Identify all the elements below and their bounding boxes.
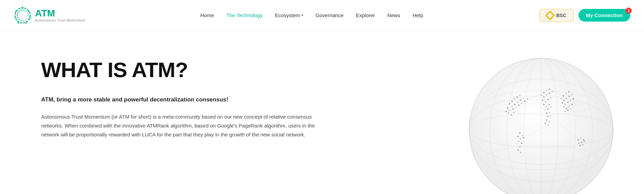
svg-point-45 (541, 95, 542, 96)
nav-item-help[interactable]: Help (413, 12, 423, 18)
svg-point-4 (29, 17, 31, 19)
notification-badge: 1 (625, 8, 632, 14)
nav-item-explorer[interactable]: Explorer (356, 12, 375, 18)
svg-point-104 (580, 145, 581, 146)
svg-point-56 (548, 104, 550, 105)
svg-point-76 (562, 102, 563, 104)
svg-point-39 (521, 103, 522, 104)
svg-point-63 (550, 116, 551, 117)
svg-point-66 (545, 123, 546, 124)
svg-point-50 (542, 99, 543, 101)
nav-item-ecosystem[interactable]: Ecosystem ▾ (275, 12, 303, 18)
svg-point-90 (517, 136, 518, 137)
svg-point-8 (15, 11, 16, 12)
svg-point-100 (583, 139, 584, 141)
header-actions: BSC My Connection 1 (534, 9, 630, 22)
svg-point-23 (520, 95, 521, 96)
svg-point-59 (550, 107, 551, 108)
svg-point-79 (570, 100, 571, 101)
svg-point-6 (18, 22, 19, 24)
my-connection-label: My Connection (586, 12, 623, 18)
svg-point-81 (563, 107, 564, 108)
svg-point-53 (550, 97, 551, 98)
svg-point-21 (514, 98, 515, 99)
content-left: WHAT IS ATM? ATM, bring a more stable an… (41, 58, 350, 139)
svg-point-54 (543, 104, 545, 105)
svg-point-61 (549, 112, 550, 113)
bsc-diamond-icon (547, 12, 553, 19)
svg-point-62 (547, 116, 549, 117)
svg-point-60 (546, 112, 547, 114)
atm-logo-icon (14, 7, 32, 24)
bsc-button[interactable]: BSC (539, 9, 574, 22)
globe-graphic (459, 48, 623, 194)
nav-item-news[interactable]: News (387, 12, 401, 18)
page-heading: WHAT IS ATM? (41, 58, 329, 82)
svg-point-38 (505, 111, 507, 112)
svg-point-65 (549, 121, 550, 122)
svg-point-96 (517, 149, 519, 151)
svg-point-2 (22, 7, 24, 9)
logo-area: ATM Autonomous Trust Momentum (14, 7, 89, 24)
svg-point-32 (512, 108, 514, 110)
main-nav: Home The Technology Ecosystem ▾ Governan… (89, 12, 534, 18)
svg-point-24 (509, 103, 510, 105)
svg-point-9 (19, 8, 21, 9)
svg-point-58 (547, 108, 549, 110)
svg-point-57 (545, 109, 546, 110)
svg-point-55 (546, 107, 547, 108)
svg-point-43 (546, 90, 547, 92)
svg-point-93 (518, 141, 520, 142)
nav-item-governance[interactable]: Governance (315, 12, 344, 18)
svg-point-25 (512, 106, 513, 107)
svg-point-31 (510, 110, 511, 111)
svg-point-71 (561, 98, 562, 99)
svg-point-83 (569, 106, 570, 107)
svg-point-80 (573, 98, 574, 99)
my-connection-button[interactable]: My Connection 1 (579, 9, 631, 22)
svg-point-84 (571, 104, 573, 105)
nav-item-home[interactable]: Home (200, 12, 214, 18)
globe-container (452, 41, 630, 194)
svg-point-95 (520, 146, 521, 147)
sub-heading: ATM, bring a more stable and powerful de… (41, 95, 329, 104)
svg-point-69 (566, 93, 567, 94)
nav-item-technology[interactable]: The Technology (226, 12, 263, 18)
svg-point-5 (25, 22, 27, 24)
svg-point-89 (522, 135, 523, 136)
svg-point-22 (516, 96, 518, 98)
svg-point-101 (579, 143, 580, 144)
svg-point-70 (568, 91, 570, 93)
svg-point-34 (518, 105, 520, 106)
svg-point-64 (546, 119, 547, 121)
body-text: Autonomous Trust Momentum (or ATM for sh… (41, 112, 329, 140)
logo-subtitle: Autonomous Trust Momentum (35, 19, 85, 22)
svg-point-1 (17, 10, 28, 21)
main-content: WHAT IS ATM? ATM, bring a more stable an… (0, 31, 644, 194)
svg-point-3 (28, 11, 29, 12)
svg-point-37 (513, 112, 514, 113)
svg-point-35 (508, 113, 509, 114)
svg-point-33 (516, 107, 517, 108)
svg-point-85 (565, 111, 566, 112)
ecosystem-chevron-icon: ▾ (301, 13, 303, 17)
svg-point-105 (583, 144, 584, 145)
svg-point-99 (581, 138, 582, 139)
svg-point-36 (511, 114, 512, 116)
logo-text-group: ATM Autonomous Trust Momentum (35, 8, 85, 23)
svg-point-44 (549, 88, 550, 90)
svg-point-87 (570, 109, 571, 110)
svg-point-30 (507, 107, 508, 109)
svg-point-82 (566, 108, 567, 109)
header: ATM Autonomous Trust Momentum Home The T… (0, 0, 644, 31)
bsc-label: BSC (556, 13, 567, 18)
svg-point-7 (14, 17, 16, 18)
svg-point-41 (527, 98, 528, 99)
logo-name: ATM (35, 8, 85, 19)
